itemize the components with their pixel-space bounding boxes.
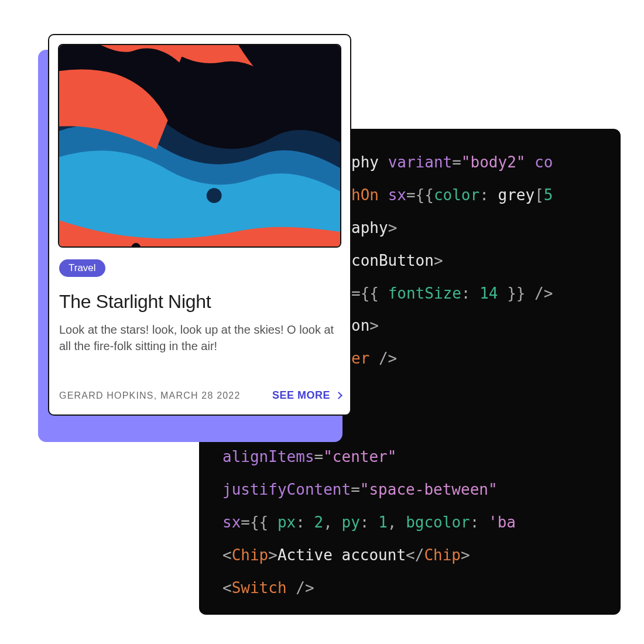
card-hero-image — [58, 44, 341, 248]
code-line: alignItems="center" — [222, 441, 609, 474]
category-chip[interactable]: Travel — [59, 259, 105, 277]
code-line: sx={{ px: 2, py: 1, bgcolor: 'ba — [222, 506, 609, 539]
chevron-right-icon — [335, 392, 342, 399]
card-author: GERARD HOPKINS, — [59, 390, 160, 400]
code-line: <Switch /> — [222, 572, 609, 605]
svg-point-1 — [207, 188, 222, 203]
see-more-link[interactable]: SEE MORE — [272, 389, 341, 402]
card-description: Look at the stars! look, look up at the … — [59, 322, 334, 354]
card-meta: GERARD HOPKINS, MARCH 28 2022 — [59, 390, 241, 401]
card-footer: GERARD HOPKINS, MARCH 28 2022 SEE MORE — [58, 389, 341, 402]
code-line: <Chip>Active account</Chip> — [222, 539, 609, 572]
code-line: justifyContent="space-between" — [222, 474, 609, 506]
card-date: MARCH 28 2022 — [160, 390, 241, 400]
blog-card: Travel The Starlight Night Look at the s… — [48, 34, 351, 416]
see-more-label: SEE MORE — [272, 389, 330, 402]
card-title: The Starlight Night — [59, 291, 341, 313]
